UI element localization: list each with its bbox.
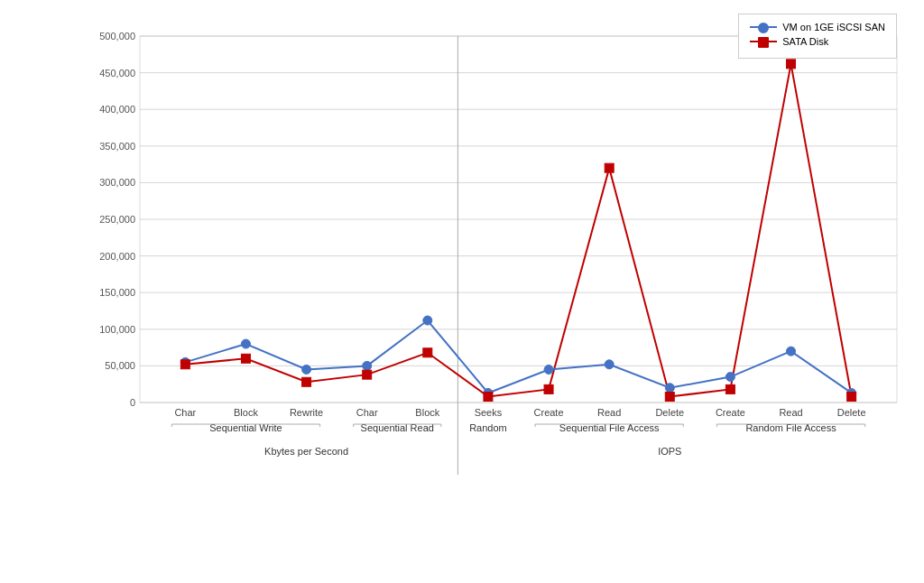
svg-text:Delete: Delete — [837, 407, 866, 418]
svg-rect-33 — [423, 348, 432, 357]
svg-point-38 — [605, 360, 614, 369]
svg-text:500,000: 500,000 — [99, 31, 135, 42]
svg-text:Create: Create — [534, 407, 564, 418]
svg-text:250,000: 250,000 — [99, 214, 135, 225]
svg-point-26 — [241, 339, 250, 348]
chart-legend: VM on 1GE iSCSI SAN SATA Disk — [738, 14, 897, 59]
svg-rect-45 — [787, 60, 796, 69]
svg-text:Rewrite: Rewrite — [290, 407, 323, 418]
svg-text:0: 0 — [130, 397, 135, 408]
svg-text:Seeks: Seeks — [475, 407, 503, 418]
svg-text:350,000: 350,000 — [99, 141, 135, 152]
svg-text:300,000: 300,000 — [99, 177, 135, 188]
legend-line-sata — [750, 41, 777, 42]
svg-point-42 — [725, 373, 735, 382]
svg-rect-25 — [180, 360, 189, 369]
svg-text:Block: Block — [234, 407, 258, 418]
svg-rect-47 — [847, 393, 856, 402]
svg-text:150,000: 150,000 — [99, 287, 135, 298]
chart-svg: 050,000100,000150,000200,000250,000300,0… — [72, 18, 906, 511]
svg-point-30 — [363, 361, 372, 370]
svg-text:Read: Read — [779, 407, 802, 418]
svg-point-40 — [665, 384, 674, 393]
svg-rect-37 — [544, 384, 553, 393]
svg-text:50,000: 50,000 — [105, 360, 135, 371]
svg-text:450,000: 450,000 — [99, 68, 135, 79]
svg-text:100,000: 100,000 — [99, 324, 135, 335]
svg-text:400,000: 400,000 — [99, 104, 135, 115]
svg-text:IOPS: IOPS — [658, 446, 681, 457]
legend-item-sata: SATA Disk — [750, 36, 885, 47]
svg-rect-43 — [725, 384, 735, 393]
svg-point-32 — [423, 316, 432, 325]
svg-text:Kbytes per Second: Kbytes per Second — [264, 446, 348, 457]
svg-point-36 — [544, 365, 553, 374]
legend-line-vm — [750, 26, 777, 28]
svg-text:Random: Random — [469, 422, 507, 433]
svg-text:Char: Char — [174, 407, 196, 418]
svg-text:Delete: Delete — [655, 407, 684, 418]
svg-rect-41 — [665, 393, 674, 402]
svg-rect-31 — [363, 370, 372, 379]
svg-text:Read: Read — [597, 407, 621, 418]
svg-text:Create: Create — [716, 407, 745, 418]
svg-rect-39 — [605, 163, 614, 172]
svg-text:Char: Char — [356, 407, 378, 418]
svg-text:Block: Block — [415, 407, 439, 418]
svg-point-44 — [787, 347, 796, 356]
svg-point-28 — [302, 365, 311, 374]
legend-label-sata: SATA Disk — [782, 36, 828, 47]
svg-text:200,000: 200,000 — [99, 251, 135, 262]
svg-rect-35 — [484, 393, 493, 402]
legend-label-vm: VM on 1GE iSCSI SAN — [782, 22, 885, 32]
svg-rect-27 — [241, 354, 250, 363]
svg-rect-29 — [302, 377, 311, 386]
legend-item-vm: VM on 1GE iSCSI SAN — [750, 22, 885, 32]
chart-container: VM on 1GE iSCSI SAN SATA Disk 050,000100… — [0, 0, 924, 583]
